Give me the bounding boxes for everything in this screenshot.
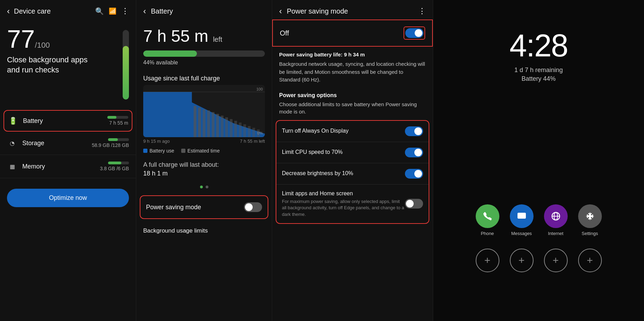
optimize-button[interactable]: Optimize now (7, 189, 129, 207)
back-icon[interactable]: ‹ (143, 6, 146, 16)
memory-value: 3.8 GB /6 GB (100, 166, 129, 171)
dot-1 (200, 186, 203, 188)
messages-app[interactable]: Messages (510, 204, 534, 236)
always-on-display-toggle[interactable] (405, 126, 423, 136)
toggle-off-label: Off (280, 29, 289, 37)
internet-icon (544, 204, 568, 228)
battery-available: 44% available (136, 57, 272, 69)
settings-icon (578, 204, 602, 228)
legend-battery-use: Battery use (143, 148, 174, 154)
storage-icon: ◔ (7, 138, 17, 148)
add-button-2[interactable]: + (510, 249, 534, 272)
add-buttons-row: + + + + (476, 249, 602, 272)
back-icon[interactable]: ‹ (7, 6, 10, 16)
items-list: 🔋 Battery 7 h 55 m ◔ Storage 58.9 GB /12… (0, 110, 136, 178)
score-area: 77/100 Close background appsand run chec… (0, 19, 136, 103)
page-title: Device care (14, 7, 51, 15)
phone-icon (476, 204, 499, 228)
power-saving-panel: ‹ Power saving mode ⋮ Off Power saving b… (272, 0, 433, 321)
battery-time-label: left (213, 36, 222, 43)
add-button-3[interactable]: + (544, 249, 568, 272)
storage-item[interactable]: ◔ Storage 58.9 GB /128 GB (0, 132, 136, 155)
main-power-toggle[interactable] (405, 28, 423, 38)
battery-icon: 🔋 (8, 116, 18, 126)
storage-right: 58.9 GB /128 GB (92, 138, 129, 148)
limit-apps-sublabel: For maximum power saving, allow only sel… (282, 198, 405, 218)
storage-bar (108, 138, 129, 141)
back-icon[interactable]: ‹ (279, 6, 282, 16)
brightness-row[interactable]: Decrease brightness by 10% (276, 163, 429, 185)
background-usage[interactable]: Background usage limits (136, 222, 272, 239)
carousel-dots (136, 182, 272, 192)
storage-value: 58.9 GB /128 GB (92, 142, 129, 148)
internet-label: Internet (548, 231, 563, 236)
battery-bar (107, 116, 128, 119)
svg-rect-6 (216, 114, 219, 137)
storage-bar-fill (108, 138, 118, 141)
main-toggle-thumb (415, 29, 422, 37)
device-care-panel: ‹ Device care 🔍 📶 ⋮ 77/100 Close backgro… (0, 0, 136, 321)
toggle-thumb (245, 203, 253, 211)
score-description: Close background appsand run checks (7, 55, 87, 75)
search-icon[interactable]: 🔍 (95, 7, 104, 15)
always-on-display-row[interactable]: Turn off Always On Display (276, 121, 429, 142)
more-icon[interactable]: ⋮ (418, 7, 426, 16)
svg-rect-12 (243, 124, 246, 137)
storage-label: Storage (22, 140, 92, 147)
svg-marker-18 (518, 219, 520, 220)
battery-right: 7 h 55 m (107, 116, 128, 126)
add-button-1[interactable]: + (476, 249, 499, 272)
score-gauge-fill (123, 46, 129, 100)
memory-label: Memory (22, 163, 100, 170)
cpu-speed-toggle[interactable] (405, 148, 423, 157)
limit-apps-label: Limit apps and Home screen (282, 190, 405, 197)
svg-rect-1 (194, 106, 197, 137)
limit-apps-row[interactable]: Limit apps and Home screen For maximum p… (276, 185, 429, 223)
svg-rect-17 (518, 213, 526, 219)
battery-value: 7 h 55 m (109, 120, 128, 126)
add-button-4[interactable]: + (578, 249, 602, 272)
chart-x-labels: 9 h 15 m ago 7 h 55 m left (136, 137, 272, 145)
signal-icon: 📶 (109, 7, 116, 15)
svg-rect-9 (230, 119, 232, 137)
full-charge-label: A full charge will last about: (143, 161, 265, 169)
power-saving-toggle[interactable] (244, 202, 262, 212)
phone-app[interactable]: Phone (476, 204, 499, 236)
battery-bar-fill (107, 116, 116, 119)
usage-section-title: Usage since last full charge (136, 69, 272, 85)
brightness-toggle[interactable] (405, 169, 423, 179)
svg-rect-8 (225, 117, 228, 137)
limit-apps-toggle[interactable] (405, 199, 423, 209)
app-row-1: Phone Messages (476, 204, 602, 236)
chart-legend: Battery use Estimated time (136, 145, 272, 156)
memory-item[interactable]: ▦ Memory 3.8 GB /6 GB (0, 155, 136, 178)
power-saving-row[interactable]: Power saving mode (140, 195, 268, 219)
battery-time-value: 7 h 55 m (143, 27, 208, 45)
full-charge-value: 18 h 1 m (143, 170, 265, 177)
memory-bar (108, 162, 129, 164)
memory-bar-fill (108, 162, 121, 164)
svg-rect-4 (207, 110, 210, 137)
brightness-label: Decrease brightness by 10% (282, 170, 405, 177)
settings-app[interactable]: Settings (578, 204, 602, 236)
battery-item[interactable]: 🔋 Battery 7 h 55 m (3, 110, 132, 132)
power-saving-label: Power saving mode (146, 204, 201, 211)
phone-label: Phone (481, 231, 494, 236)
score-max: /100 (35, 41, 50, 49)
lock-time: 4:28 (509, 28, 568, 64)
chart-x-right: 7 h 55 m left (240, 139, 265, 144)
settings-label: Settings (582, 231, 598, 236)
svg-rect-7 (221, 116, 223, 137)
main-toggle-row: Off (272, 19, 433, 47)
legend-estimated-label: Estimated time (187, 148, 220, 154)
panel1-header: ‹ Device care 🔍 📶 ⋮ (0, 0, 136, 19)
more-icon[interactable]: ⋮ (121, 7, 129, 16)
legend-estimated: Estimated time (181, 148, 220, 154)
cpu-speed-row[interactable]: Limit CPU speed to 70% (276, 142, 429, 163)
dot-2 (206, 186, 208, 188)
messages-label: Messages (511, 231, 532, 236)
legend-battery-label: Battery use (150, 148, 174, 154)
legend-estimated-dot (181, 149, 185, 153)
memory-icon: ▦ (7, 161, 17, 172)
internet-app[interactable]: Internet (544, 204, 568, 236)
